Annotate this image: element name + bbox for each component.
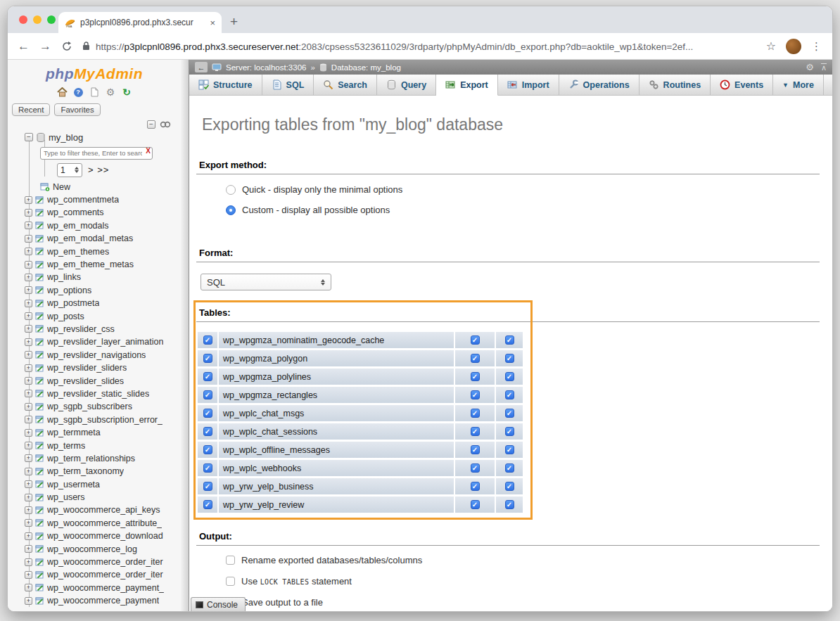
table-name[interactable]: wp_woocommerce_payment_ (47, 583, 164, 593)
structure-checkbox[interactable]: ✓ (471, 335, 480, 345)
table-name[interactable]: wp_revslider_layer_animation (47, 337, 163, 347)
tab-events[interactable]: Events (711, 75, 773, 95)
data-checkbox[interactable]: ✓ (505, 390, 514, 399)
structure-checkbox[interactable]: ✓ (471, 372, 480, 381)
table-select-checkbox[interactable]: ✓ (203, 372, 212, 381)
console-tab[interactable]: Console (191, 597, 246, 611)
sidebar-table-item[interactable]: + wp_revslider_layer_animation (8, 335, 181, 348)
table-select-checkbox[interactable]: ✓ (203, 390, 212, 399)
table-select-checkbox[interactable]: ✓ (203, 445, 212, 454)
sidebar-table-item[interactable]: + wp_term_taxonomy (8, 465, 181, 478)
settings-gear-icon[interactable]: ⚙ (105, 87, 116, 98)
expand-icon[interactable]: + (25, 325, 32, 333)
collapse-top-icon[interactable]: ∧ (821, 63, 827, 71)
sidebar-table-item[interactable]: + wp_sgpb_subscription_error_ (8, 414, 181, 426)
sidebar-table-item[interactable]: + wp_commentmeta (8, 193, 181, 206)
expand-icon[interactable]: + (25, 506, 32, 514)
reload-icon[interactable] (61, 41, 72, 52)
table-name[interactable]: wp_wpgmza_polygon (219, 350, 454, 366)
recent-button[interactable]: Recent (12, 103, 50, 116)
data-checkbox[interactable]: ✓ (505, 463, 514, 473)
data-checkbox[interactable]: ✓ (505, 335, 514, 345)
expand-icon[interactable]: + (25, 209, 32, 217)
expand-icon[interactable]: + (25, 454, 32, 462)
data-checkbox[interactable]: ✓ (505, 372, 514, 381)
expand-icon[interactable]: + (25, 312, 32, 320)
data-checkbox[interactable]: ✓ (505, 409, 514, 418)
table-name[interactable]: wp_woocommerce_attribute_ (47, 518, 162, 528)
save-to-file-label[interactable]: Save output to a file (242, 597, 323, 608)
table-name[interactable]: wp_termmeta (47, 428, 101, 437)
sidebar-table-item[interactable]: + wp_termmeta (8, 426, 181, 439)
table-name[interactable]: wp_posts (47, 312, 84, 321)
help-icon[interactable]: ? (72, 87, 84, 98)
sidebar-table-item[interactable]: + wp_woocommerce_log (8, 542, 181, 555)
sidebar-table-item[interactable]: + wp_comments (8, 206, 181, 219)
expand-icon[interactable]: + (25, 416, 32, 423)
page-next-link[interactable]: > (88, 165, 94, 175)
maximize-window-button[interactable] (47, 15, 56, 24)
quick-radio[interactable] (226, 185, 236, 195)
sidebar-table-item[interactable]: + wp_options (8, 284, 181, 297)
expand-icon[interactable]: + (25, 235, 32, 243)
tab-operations[interactable]: Operations (559, 75, 639, 95)
sidebar-table-item[interactable]: + wp_sgpb_subscribers (8, 400, 181, 413)
table-select-checkbox[interactable]: ✓ (203, 482, 212, 491)
tab-close-icon[interactable]: × (210, 18, 215, 28)
sidebar-table-item[interactable]: + wp_postmeta (8, 297, 181, 309)
structure-checkbox[interactable]: ✓ (471, 500, 480, 509)
window-controls[interactable] (19, 15, 56, 24)
sidebar-table-item[interactable]: + wp_woocommerce_payment_ (8, 582, 181, 594)
expand-icon[interactable]: + (25, 364, 32, 372)
expand-icon[interactable]: + (25, 468, 32, 475)
expand-icon[interactable]: + (25, 494, 32, 501)
sidebar-table-item[interactable]: + wp_revslider_sliders (8, 361, 181, 374)
data-checkbox[interactable]: ✓ (505, 354, 514, 363)
expand-icon[interactable]: + (25, 545, 32, 553)
table-select-checkbox[interactable]: ✓ (203, 409, 212, 418)
table-name[interactable]: wp_sgpb_subscription_error_ (47, 415, 163, 425)
table-select-checkbox[interactable]: ✓ (203, 335, 212, 345)
omnibox[interactable]: https://p3plcpnl0896.prod.phx3.secureser… (82, 41, 756, 52)
sidebar-table-item[interactable]: + wp_woocommerce_api_keys (8, 504, 181, 516)
new-tab-button[interactable]: + (230, 14, 238, 30)
expand-icon[interactable]: + (25, 532, 32, 540)
table-name[interactable]: wp_woocommerce_order_iter (47, 557, 163, 567)
table-name[interactable]: wp_woocommerce_order_iter (47, 570, 163, 580)
expand-icon[interactable]: + (25, 558, 32, 566)
breadcrumb-back-button[interactable]: ← (195, 62, 208, 72)
table-name[interactable]: wp_revslider_slides (47, 376, 124, 386)
forward-icon[interactable]: → (39, 39, 51, 53)
sidebar-table-item[interactable]: + wp_woocommerce_order_iter (8, 556, 181, 568)
table-name[interactable]: wp_postmeta (47, 298, 99, 308)
table-name[interactable]: wp_wplc_webhooks (219, 460, 454, 476)
table-name[interactable]: wp_wplc_offline_messages (219, 442, 454, 458)
table-name[interactable]: wp_em_theme_metas (47, 260, 134, 269)
table-name[interactable]: wp_em_modal_metas (47, 233, 133, 243)
favorites-button[interactable]: Favorites (54, 103, 100, 116)
sidebar-table-item[interactable]: + wp_users (8, 491, 181, 504)
quick-radio-label[interactable]: Quick - display only the minimal options (242, 184, 402, 195)
custom-radio[interactable] (226, 205, 236, 215)
tab-import[interactable]: Import (498, 75, 559, 95)
refresh-icon[interactable]: ↻ (121, 87, 132, 98)
structure-checkbox[interactable]: ✓ (471, 354, 480, 363)
structure-checkbox[interactable]: ✓ (471, 463, 480, 473)
sidebar-table-item[interactable]: + wp_usermeta (8, 478, 181, 490)
phpmyadmin-logo[interactable]: phpMyAdmin (8, 65, 181, 82)
table-name[interactable]: wp_wpgmza_nominatim_geocode_cache (219, 332, 454, 348)
breadcrumb-database[interactable]: Database: my_blog (331, 63, 401, 72)
table-name[interactable]: wp_revslider_sliders (47, 363, 127, 373)
expand-icon[interactable]: + (25, 584, 32, 591)
expand-icon[interactable]: + (25, 597, 32, 605)
expand-icon[interactable]: + (25, 442, 32, 449)
table-name[interactable]: wp_term_relationships (47, 454, 135, 463)
table-name[interactable]: wp_sgpb_subscribers (47, 402, 132, 411)
documentation-icon[interactable] (89, 87, 100, 98)
sidebar-table-item[interactable]: + wp_posts (8, 309, 181, 322)
table-name[interactable]: wp_yrw_yelp_business (219, 478, 454, 494)
table-name[interactable]: wp_woocommerce_download (47, 531, 163, 541)
structure-checkbox[interactable]: ✓ (471, 427, 480, 436)
sidebar-table-item[interactable]: + wp_em_theme_metas (8, 258, 181, 271)
table-name[interactable]: wp_wplc_chat_sessions (219, 423, 454, 440)
